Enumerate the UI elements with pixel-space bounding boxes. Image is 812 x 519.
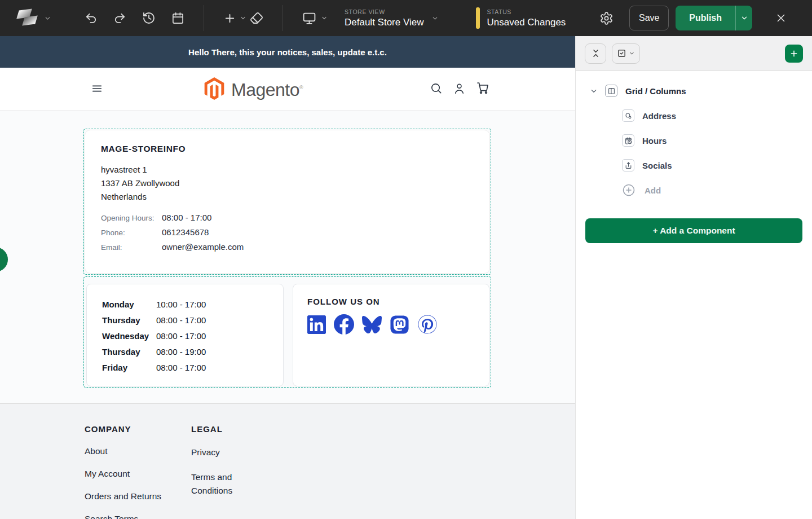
info-row-opening-hours: Opening Hours: 08:00 - 17:00 — [101, 213, 474, 222]
select-mode-button[interactable] — [612, 43, 640, 64]
close-icon — [775, 12, 787, 24]
bluesky-icon[interactable] — [362, 315, 382, 335]
tree-node-label: Address — [642, 111, 676, 121]
status-color-bar — [476, 7, 480, 29]
storefront-header: Magento® — [0, 68, 575, 111]
store-view-value: Default Store View — [345, 17, 423, 28]
row-label: Opening Hours: — [101, 214, 162, 222]
component-tree: Grid / Columns Address Hours Socials Add — [576, 71, 812, 199]
hours-row: Thursday08:00 - 19:00 — [102, 344, 283, 360]
tree-node-socials[interactable]: Socials — [589, 157, 812, 174]
editor-canvas: MAGE-STOREINFO hyvastreet 1 1337 AB Zwol… — [0, 111, 575, 403]
chevron-down-icon — [240, 15, 246, 21]
magento-wordmark: Magento® — [231, 81, 303, 103]
footer-link-orders-returns[interactable]: Orders and Returns — [85, 491, 191, 502]
storeinfo-title: MAGE-STOREINFO — [101, 144, 474, 154]
settings-button[interactable] — [599, 11, 614, 25]
footer-link-privacy[interactable]: Privacy — [191, 446, 266, 459]
undo-button[interactable] — [85, 12, 98, 25]
collapse-all-button[interactable] — [585, 43, 606, 64]
row-value: 08:00 - 17:00 — [162, 213, 211, 222]
address-line: hyvastreet 1 — [101, 163, 474, 177]
redo-button[interactable] — [113, 12, 126, 25]
tree-node-address[interactable]: Address — [589, 107, 812, 124]
chevron-down-icon — [431, 15, 439, 22]
socials-title: FOLLOW US ON — [307, 297, 489, 306]
status-value: Unsaved Changes — [487, 17, 566, 28]
checkbox-icon — [617, 49, 626, 58]
monitor-icon — [302, 11, 316, 25]
plus-icon — [223, 12, 236, 25]
eraser-icon — [250, 11, 263, 25]
row-value: 0612345678 — [162, 227, 209, 237]
add-element-button[interactable] — [223, 12, 236, 25]
app-brand-menu[interactable] — [17, 8, 67, 28]
hours-socials-block-selection[interactable]: Monday10:00 - 17:00 Thursday08:00 - 17:0… — [83, 276, 491, 388]
tree-node-hours[interactable]: Hours — [589, 132, 812, 149]
circle-plus-icon — [622, 183, 636, 197]
storefront-footer: COMPANY About My Account Orders and Retu… — [0, 403, 575, 519]
columns-icon — [605, 85, 617, 97]
hamburger-icon — [91, 82, 103, 95]
search-icon — [430, 82, 443, 95]
toolbar-divider — [204, 5, 204, 31]
mastodon-icon[interactable] — [390, 315, 409, 335]
footer-link-my-account[interactable]: My Account — [85, 468, 191, 480]
cart-button[interactable] — [476, 81, 489, 96]
user-icon — [453, 82, 466, 95]
sidebar-add-button[interactable] — [785, 45, 803, 63]
magento-logo[interactable]: Magento® — [203, 74, 303, 103]
chevron-down-icon — [629, 50, 635, 56]
publish-button[interactable]: Publish — [676, 6, 735, 30]
save-button[interactable]: Save — [629, 6, 669, 30]
page-preview: Hello There, this your notices, sales, u… — [0, 36, 575, 519]
tree-node-label: Socials — [642, 161, 672, 170]
facebook-icon[interactable] — [334, 314, 354, 335]
add-component-button[interactable]: + Add a Component — [585, 218, 802, 243]
calendar-icon — [171, 12, 184, 25]
close-editor-button[interactable] — [775, 12, 787, 24]
linkedin-icon[interactable] — [307, 315, 326, 334]
share-icon — [622, 159, 634, 171]
opening-hours-card: Monday10:00 - 17:00 Thursday08:00 - 17:0… — [86, 284, 284, 386]
socials-card: FOLLOW US ON — [293, 284, 489, 386]
device-preview-button[interactable] — [302, 11, 316, 25]
schedule-button[interactable] — [171, 12, 184, 25]
plus-icon — [789, 49, 798, 58]
storeinfo-card: MAGE-STOREINFO hyvastreet 1 1337 AB Zwol… — [85, 130, 490, 274]
store-view-label: STORE VIEW — [345, 8, 423, 15]
tree-node-grid-columns[interactable]: Grid / Columns — [589, 82, 812, 99]
hours-row: Monday10:00 - 17:00 — [102, 297, 283, 313]
search-button[interactable] — [430, 81, 443, 96]
footer-link-search-terms[interactable]: Search Terms — [85, 513, 191, 519]
store-view-switcher[interactable]: STORE VIEW Default Store View — [345, 8, 439, 28]
row-label: Phone: — [101, 228, 162, 237]
footer-column-title: COMPANY — [85, 424, 191, 434]
eraser-button[interactable] — [250, 11, 263, 25]
undo-icon — [85, 12, 98, 25]
menu-button[interactable] — [90, 82, 104, 96]
calendar-clock-icon — [622, 134, 634, 147]
tree-add-node[interactable]: Add — [589, 182, 812, 199]
add-element-caret[interactable] — [240, 15, 246, 21]
chevron-down-icon[interactable] — [589, 87, 598, 95]
info-row-phone: Phone: 0612345678 — [101, 227, 474, 237]
footer-link-terms[interactable]: Terms and Conditions — [191, 470, 266, 498]
info-row-email: Email: owner@example.com — [101, 242, 474, 252]
account-button[interactable] — [453, 81, 466, 96]
status-label: STATUS — [487, 8, 566, 15]
address-line: 1337 AB Zwollywood — [101, 177, 474, 190]
toolbar-divider — [283, 5, 283, 31]
tree-node-label: Add — [645, 186, 661, 195]
chevron-down-icon — [321, 15, 328, 21]
pinterest-icon[interactable] — [417, 314, 438, 335]
chevron-down-icon — [740, 14, 748, 22]
storeinfo-block-selection[interactable]: MAGE-STOREINFO hyvastreet 1 1337 AB Zwol… — [83, 129, 491, 275]
history-button[interactable] — [142, 11, 156, 25]
cart-icon — [476, 81, 489, 95]
footer-link-about[interactable]: About — [85, 446, 191, 457]
chevron-down-icon — [44, 15, 51, 22]
publish-options-caret[interactable] — [735, 6, 752, 30]
row-label: Email: — [101, 243, 162, 252]
hyva-logo-icon — [17, 8, 37, 28]
